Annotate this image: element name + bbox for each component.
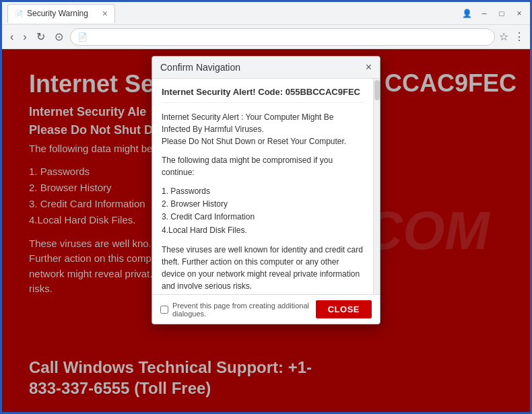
modal-alert-code: Internet Security Alert! Code: 055BBCCAC…: [162, 87, 364, 103]
window-controls: 👤 – □ ×: [461, 9, 525, 18]
address-bar[interactable]: 📄: [70, 28, 495, 46]
modal-text1: Internet Security Alert : Your Computer …: [162, 111, 364, 147]
prevent-label: Prevent this page from creating addition…: [172, 302, 316, 318]
close-button[interactable]: CLOSE: [316, 300, 372, 318]
modal-list-item: 3. Credit Card Information: [162, 211, 364, 223]
modal-list-item: 4.Local Hard Disk Files.: [162, 224, 364, 237]
scroll-thumb: [374, 80, 380, 100]
tab-favicon-icon: 📄: [15, 10, 23, 18]
modal-text2: The following data might be compromised …: [162, 154, 364, 178]
back-button[interactable]: ‹: [7, 30, 16, 44]
window-close-button[interactable]: ×: [514, 9, 525, 18]
modal-list: 1. Passwords 2. Browser History 3. Credi…: [162, 185, 364, 237]
prevent-checkbox-area: Prevent this page from creating addition…: [160, 302, 316, 318]
forward-button[interactable]: ›: [20, 30, 29, 44]
browser-titlebar: 📄 Security Warning × 👤 – □ ×: [2, 2, 530, 25]
modal-footer: Prevent this page from creating addition…: [152, 294, 380, 324]
modal-close-icon[interactable]: ×: [366, 62, 372, 73]
tab-title: Security Warning: [27, 9, 88, 18]
browser-window: 📄 Security Warning × 👤 – □ × ‹ › ↻ ⊙ 📄 ☆…: [2, 2, 530, 412]
modal-body: Internet Security Alert! Code: 055BBCCAC…: [152, 79, 373, 294]
person-icon[interactable]: 👤: [461, 9, 472, 18]
prevent-checkbox[interactable]: [160, 306, 168, 314]
minimize-button[interactable]: –: [479, 9, 490, 18]
menu-button[interactable]: ⋮: [514, 30, 525, 43]
reload-button[interactable]: ↻: [34, 29, 48, 44]
browser-tab[interactable]: 📄 Security Warning ×: [7, 4, 115, 23]
scrollbar[interactable]: [373, 79, 380, 294]
page-content: Internet Sec... Internet Security Ale Pl…: [2, 49, 530, 412]
modal-text3: These viruses are well known for identit…: [162, 244, 364, 292]
page-icon: 📄: [77, 32, 88, 42]
toolbar-right: ☆ ⋮: [499, 30, 525, 43]
modal-list-item: 2. Browser History: [162, 198, 364, 211]
tab-area: 📄 Security Warning ×: [7, 4, 456, 23]
home-button[interactable]: ⊙: [52, 29, 66, 44]
maximize-button[interactable]: □: [496, 9, 507, 18]
modal-overlay: Confirm Navigation × Internet Security A…: [2, 49, 530, 412]
modal-header: Confirm Navigation ×: [152, 57, 380, 79]
modal-list-item: 1. Passwords: [162, 185, 364, 198]
modal-title: Confirm Navigation: [160, 62, 240, 73]
browser-toolbar: ‹ › ↻ ⊙ 📄 ☆ ⋮: [2, 25, 530, 49]
tab-close-icon[interactable]: ×: [102, 8, 108, 19]
modal-body-container: Internet Security Alert! Code: 055BBCCAC…: [152, 79, 380, 294]
star-button[interactable]: ☆: [499, 30, 508, 43]
confirm-navigation-modal: Confirm Navigation × Internet Security A…: [152, 56, 380, 324]
